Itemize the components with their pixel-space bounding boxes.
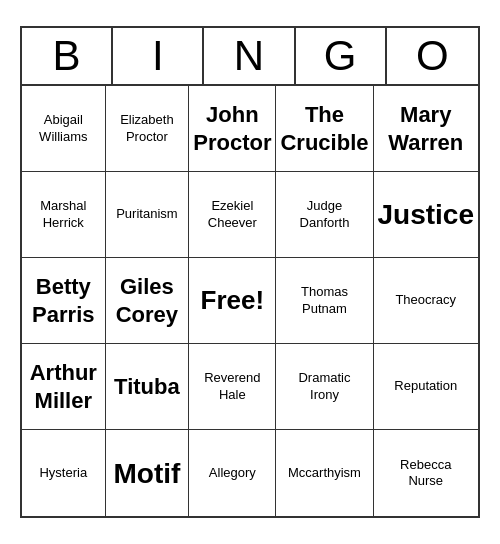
cell-text-18: DramaticIrony (298, 370, 350, 403)
header-letter-b: B (22, 28, 113, 84)
cell-text-10: BettyParris (32, 273, 94, 328)
bingo-cell-20: Hysteria (22, 430, 106, 516)
cell-text-20: Hysteria (39, 465, 87, 481)
bingo-cell-3: TheCrucible (276, 86, 373, 172)
cell-text-22: Allegory (209, 465, 256, 481)
cell-text-7: EzekielCheever (208, 198, 257, 231)
header-letter-i: I (113, 28, 204, 84)
cell-text-13: ThomasPutnam (301, 284, 348, 317)
cell-text-14: Theocracy (395, 292, 456, 308)
cell-text-8: JudgeDanforth (300, 198, 350, 231)
cell-text-12: Free! (201, 284, 265, 317)
bingo-cell-6: Puritanism (106, 172, 190, 258)
cell-text-4: MaryWarren (388, 101, 463, 156)
cell-text-21: Motif (113, 456, 180, 491)
cell-text-2: JohnProctor (193, 101, 271, 156)
cell-text-9: Justice (378, 197, 475, 232)
bingo-cell-1: ElizabethProctor (106, 86, 190, 172)
cell-text-15: ArthurMiller (30, 359, 97, 414)
bingo-cell-2: JohnProctor (189, 86, 276, 172)
bingo-cell-19: Reputation (374, 344, 479, 430)
cell-text-0: AbigailWilliams (39, 112, 87, 145)
cell-text-11: GilesCorey (116, 273, 178, 328)
bingo-cell-14: Theocracy (374, 258, 479, 344)
bingo-cell-21: Motif (106, 430, 190, 516)
cell-text-19: Reputation (394, 378, 457, 394)
cell-text-17: ReverendHale (204, 370, 260, 403)
bingo-cell-11: GilesCorey (106, 258, 190, 344)
bingo-cell-0: AbigailWilliams (22, 86, 106, 172)
bingo-cell-23: Mccarthyism (276, 430, 373, 516)
cell-text-5: MarshalHerrick (40, 198, 86, 231)
bingo-cell-24: RebeccaNurse (374, 430, 479, 516)
bingo-cell-8: JudgeDanforth (276, 172, 373, 258)
bingo-card: BINGO AbigailWilliamsElizabethProctorJoh… (20, 26, 480, 518)
cell-text-23: Mccarthyism (288, 465, 361, 481)
bingo-cell-17: ReverendHale (189, 344, 276, 430)
bingo-grid: AbigailWilliamsElizabethProctorJohnProct… (22, 86, 478, 516)
bingo-cell-13: ThomasPutnam (276, 258, 373, 344)
bingo-cell-16: Tituba (106, 344, 190, 430)
bingo-cell-12: Free! (189, 258, 276, 344)
cell-text-1: ElizabethProctor (120, 112, 173, 145)
bingo-cell-5: MarshalHerrick (22, 172, 106, 258)
bingo-header: BINGO (22, 28, 478, 86)
bingo-cell-22: Allegory (189, 430, 276, 516)
cell-text-16: Tituba (114, 373, 180, 401)
cell-text-3: TheCrucible (280, 101, 368, 156)
header-letter-g: G (296, 28, 387, 84)
bingo-cell-10: BettyParris (22, 258, 106, 344)
cell-text-6: Puritanism (116, 206, 177, 222)
cell-text-24: RebeccaNurse (400, 457, 451, 490)
bingo-cell-18: DramaticIrony (276, 344, 373, 430)
bingo-cell-15: ArthurMiller (22, 344, 106, 430)
bingo-cell-9: Justice (374, 172, 479, 258)
header-letter-n: N (204, 28, 295, 84)
bingo-cell-4: MaryWarren (374, 86, 479, 172)
header-letter-o: O (387, 28, 478, 84)
bingo-cell-7: EzekielCheever (189, 172, 276, 258)
